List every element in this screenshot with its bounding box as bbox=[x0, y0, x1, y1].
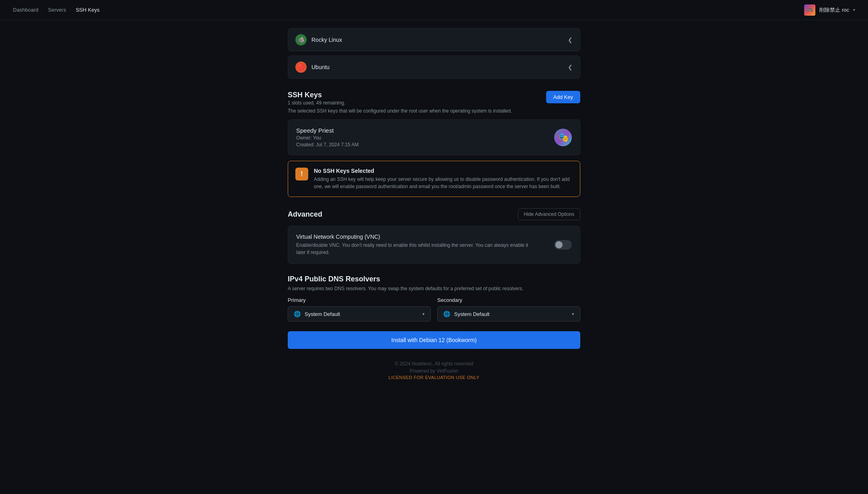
ssh-slots-info: 1 slots used, 49 remaining. bbox=[288, 100, 345, 106]
vnc-card: Virtual Network Computing (VNC) Enable/d… bbox=[288, 226, 580, 264]
primary-dns-group: Primary 🌐 System Default ▾ bbox=[288, 297, 431, 322]
rocky-linux-name: Rocky Linux bbox=[311, 37, 342, 43]
nav-links: Dashboard Servers SSH Keys bbox=[13, 7, 100, 13]
primary-dns-value: System Default bbox=[305, 311, 340, 317]
ubuntu-name: Ubuntu bbox=[311, 64, 330, 70]
ssh-key-owner: Owner: You bbox=[296, 135, 358, 141]
footer: © 2024 Nodeleoc. All rights reserved Pow… bbox=[288, 361, 580, 388]
user-menu-caret: ▾ bbox=[853, 8, 855, 12]
install-button[interactable]: Install with Debian 12 (Bookworm) bbox=[288, 331, 580, 349]
warning-text: Adding an SSH key will help keep your se… bbox=[314, 176, 573, 190]
hide-advanced-options-button[interactable]: Hide Advanced Options bbox=[518, 208, 580, 220]
nav-dashboard[interactable]: Dashboard bbox=[13, 7, 39, 13]
dns-section: IPv4 Public DNS Resolvers A server requi… bbox=[288, 275, 580, 322]
navbar: Dashboard Servers SSH Keys 🎮 削除禁止 roc ▾ bbox=[0, 0, 868, 20]
footer-copyright: © 2024 Nodeleoc. All rights reserved bbox=[288, 361, 580, 367]
dns-grid: Primary 🌐 System Default ▾ Secondary 🌐 S… bbox=[288, 297, 580, 322]
primary-globe-icon: 🌐 bbox=[294, 311, 301, 317]
warning-icon: ! bbox=[295, 168, 308, 180]
footer-eval-notice: LICENSED FOR EVALUATION USE ONLY bbox=[288, 375, 580, 380]
dns-title: IPv4 Public DNS Resolvers bbox=[288, 275, 580, 283]
ssh-section-description: The selected SSH keys that will be confi… bbox=[288, 108, 580, 114]
secondary-dns-value: System Default bbox=[454, 311, 489, 317]
user-menu[interactable]: 🎮 削除禁止 roc ▾ bbox=[804, 4, 855, 16]
ubuntu-chevron-icon: ❮ bbox=[568, 64, 573, 70]
username: 削除禁止 roc bbox=[819, 6, 849, 14]
secondary-dns-label: Secondary bbox=[437, 297, 580, 303]
toggle-knob bbox=[555, 241, 563, 248]
advanced-header: Advanced Hide Advanced Options bbox=[288, 208, 580, 220]
vnc-title: Virtual Network Computing (VNC) bbox=[296, 234, 529, 240]
secondary-dns-select[interactable]: 🌐 System Default ▾ bbox=[437, 306, 580, 322]
vnc-description: Enable/disable VNC. You don't really nee… bbox=[296, 242, 529, 256]
avatar: 🎮 bbox=[804, 4, 815, 16]
rocky-linux-icon: 🪨 bbox=[295, 34, 307, 45]
warning-title: No SSH Keys Selected bbox=[314, 168, 573, 174]
vnc-toggle[interactable] bbox=[554, 240, 572, 250]
nav-ssh-keys[interactable]: SSH Keys bbox=[76, 7, 99, 13]
ubuntu-icon: 🔴 bbox=[295, 61, 307, 73]
primary-dns-caret: ▾ bbox=[422, 312, 425, 317]
footer-powered: Powered by VirtFusion bbox=[288, 368, 580, 374]
ssh-key-name: Speedy Priest bbox=[296, 127, 358, 134]
ssh-section-header: SSH Keys 1 slots used, 49 remaining. Add… bbox=[288, 91, 580, 106]
no-ssh-keys-warning: ! No SSH Keys Selected Adding an SSH key… bbox=[288, 161, 580, 197]
ssh-section-title: SSH Keys bbox=[288, 91, 345, 99]
secondary-dns-caret: ▾ bbox=[572, 312, 574, 317]
dns-description: A server requires two DNS resolvers. You… bbox=[288, 286, 580, 291]
add-key-button[interactable]: Add Key bbox=[546, 91, 580, 103]
secondary-dns-group: Secondary 🌐 System Default ▾ bbox=[437, 297, 580, 322]
ssh-key-created: Created: Jul 7, 2024 7:15 AM bbox=[296, 142, 358, 148]
primary-dns-label: Primary bbox=[288, 297, 431, 303]
rocky-chevron-icon: ❮ bbox=[568, 37, 573, 43]
ssh-key-card: Speedy Priest Owner: You Created: Jul 7,… bbox=[288, 119, 580, 155]
advanced-title: Advanced bbox=[288, 210, 322, 219]
os-item-ubuntu[interactable]: 🔴 Ubuntu ❮ bbox=[288, 55, 580, 79]
nav-servers[interactable]: Servers bbox=[48, 7, 66, 13]
main-content: 🪨 Rocky Linux ❮ 🔴 Ubuntu ❮ SSH Keys 1 sl… bbox=[281, 20, 587, 412]
os-item-rocky[interactable]: 🪨 Rocky Linux ❮ bbox=[288, 28, 580, 51]
ssh-key-avatar: 🎭 bbox=[554, 129, 572, 146]
secondary-globe-icon: 🌐 bbox=[443, 311, 450, 317]
primary-dns-select[interactable]: 🌐 System Default ▾ bbox=[288, 306, 431, 322]
